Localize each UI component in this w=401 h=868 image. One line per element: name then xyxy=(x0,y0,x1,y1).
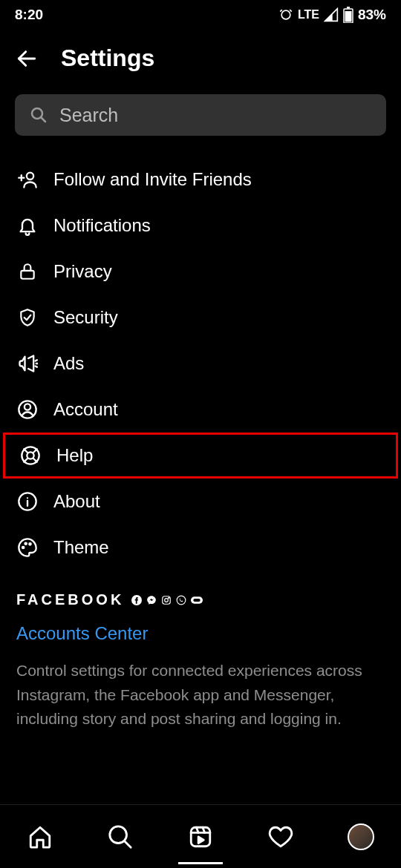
lifebuoy-icon xyxy=(19,445,42,466)
svg-point-25 xyxy=(25,543,27,545)
search-icon xyxy=(30,106,48,124)
palette-icon xyxy=(16,537,39,558)
svg-rect-2 xyxy=(347,7,350,9)
network-label: LTE xyxy=(298,8,319,22)
menu-label: Account xyxy=(53,399,118,420)
svg-rect-9 xyxy=(21,271,33,279)
reels-icon xyxy=(188,824,213,849)
menu-item-privacy[interactable]: Privacy xyxy=(0,249,401,295)
svg-line-5 xyxy=(41,117,45,122)
menu-label: Security xyxy=(53,307,118,328)
svg-rect-36 xyxy=(191,827,210,846)
bottom-nav xyxy=(0,804,401,868)
menu-item-theme[interactable]: Theme xyxy=(0,525,401,571)
svg-point-26 xyxy=(29,543,30,545)
search-placeholder: Search xyxy=(59,105,118,126)
svg-line-10 xyxy=(36,360,37,361)
profile-avatar xyxy=(348,823,374,850)
svg-point-6 xyxy=(27,173,33,180)
back-arrow-icon[interactable] xyxy=(15,47,39,70)
bell-icon xyxy=(16,215,39,236)
status-time: 8:20 xyxy=(15,7,43,23)
page-title: Settings xyxy=(61,45,154,72)
svg-rect-33 xyxy=(194,599,200,602)
status-right: LTE 83% xyxy=(278,7,386,23)
nav-reels[interactable] xyxy=(186,824,215,849)
menu-label: About xyxy=(53,491,100,512)
add-person-icon xyxy=(16,169,39,190)
nav-profile[interactable] xyxy=(346,823,376,850)
megaphone-icon xyxy=(16,353,39,374)
nav-search[interactable] xyxy=(105,824,135,849)
messenger-icon xyxy=(146,595,157,605)
svg-line-19 xyxy=(24,458,27,462)
menu-item-notifications[interactable]: Notifications xyxy=(0,203,401,249)
svg-point-24 xyxy=(22,547,24,548)
facebook-icon xyxy=(131,595,142,605)
menu-item-security[interactable]: Security xyxy=(0,295,401,341)
lock-icon xyxy=(16,262,39,281)
menu-label: Privacy xyxy=(53,261,112,282)
info-icon xyxy=(16,491,39,512)
menu-item-follow-invite[interactable]: Follow and Invite Friends xyxy=(0,157,401,203)
menu-label: Help xyxy=(56,445,93,466)
status-bar: 8:20 LTE 83% xyxy=(0,0,401,30)
svg-rect-1 xyxy=(345,11,351,22)
svg-line-11 xyxy=(36,366,37,367)
svg-point-31 xyxy=(177,596,186,605)
home-icon xyxy=(27,824,53,849)
menu-item-ads[interactable]: Ads xyxy=(0,341,401,387)
svg-line-20 xyxy=(33,458,37,462)
nav-activity[interactable] xyxy=(266,824,296,849)
svg-line-35 xyxy=(125,841,131,847)
search-icon xyxy=(108,824,133,849)
svg-line-17 xyxy=(24,449,27,453)
menu-label: Follow and Invite Friends xyxy=(53,169,252,190)
accounts-center-description: Control settings for connected experienc… xyxy=(0,653,401,731)
svg-point-30 xyxy=(169,597,169,598)
whatsapp-icon xyxy=(176,595,186,605)
svg-point-14 xyxy=(25,404,30,410)
instagram-icon xyxy=(161,595,172,605)
battery-percent: 83% xyxy=(358,7,386,23)
facebook-brand-label: FACEBOOK xyxy=(16,591,124,608)
search-input[interactable]: Search xyxy=(15,94,386,136)
settings-menu: Follow and Invite Friends Notifications … xyxy=(0,151,401,571)
svg-point-29 xyxy=(165,598,169,602)
brand-icons xyxy=(131,595,203,605)
active-indicator xyxy=(178,862,223,864)
alarm-icon xyxy=(278,7,293,22)
svg-marker-40 xyxy=(198,837,203,844)
menu-label: Notifications xyxy=(53,215,151,236)
menu-item-account[interactable]: Account xyxy=(0,387,401,433)
accounts-center-link[interactable]: Accounts Center xyxy=(0,614,401,653)
svg-line-18 xyxy=(33,449,37,453)
menu-label: Ads xyxy=(53,353,84,374)
oculus-icon xyxy=(191,596,203,604)
shield-icon xyxy=(16,308,39,327)
facebook-section: FACEBOOK xyxy=(0,571,401,614)
menu-label: Theme xyxy=(53,537,109,558)
menu-item-help[interactable]: Help xyxy=(3,433,398,479)
header: Settings xyxy=(0,30,401,94)
account-icon xyxy=(16,399,39,420)
signal-icon xyxy=(324,7,339,22)
nav-home[interactable] xyxy=(25,824,55,849)
heart-icon xyxy=(268,824,293,849)
battery-icon xyxy=(343,7,353,23)
menu-item-about[interactable]: About xyxy=(0,479,401,525)
